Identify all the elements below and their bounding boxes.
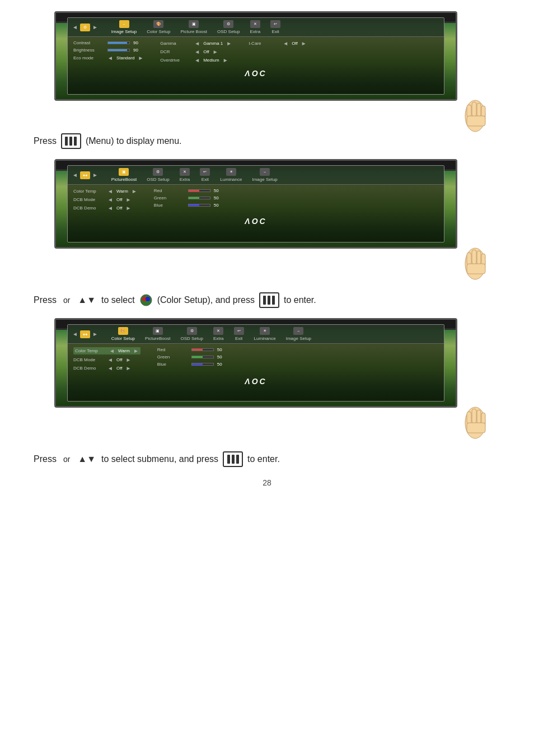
press-label-2: Press [34, 295, 57, 305]
osd-tab-pictureboost-3: ▣ PictureBoost [145, 327, 170, 341]
osd-row-red: Red 50 [154, 188, 223, 193]
blue-bar [188, 204, 210, 207]
monitor-block-1: ◄ ⚙ ► ~ Image Setup 🎨 Color Setup [38, 11, 496, 101]
osd-row-colortemp: Color Temp ◄ Warm ► [73, 188, 137, 194]
osd-tab-image-setup: ~ Image Setup [111, 20, 137, 34]
hand-cursor-3 [460, 403, 491, 444]
tab-icon-5: ✕ [250, 20, 260, 28]
svg-rect-16 [467, 412, 471, 424]
instruction-row-1: Press (Menu) to display menu. [34, 133, 534, 149]
osd-tab-luminance-2: ☀ Luminance [220, 168, 242, 182]
osd-tab-luminance-3: ☀ Luminance [254, 327, 276, 341]
monitor-screen-1: ◄ ⚙ ► ~ Image Setup 🎨 Color Setup [54, 11, 457, 101]
tab3-icon-7: ~ [293, 327, 303, 335]
osd-row-blue-3: Blue 50 [157, 362, 226, 367]
hand-cursor-2 [460, 244, 491, 285]
osd-row-green-3: Green 50 [157, 354, 226, 360]
aoc-logo-1: ΛOC [68, 67, 444, 80]
section-3: ◄ ●● ► 🎨 Color Setup ▣ PictureBoost [0, 318, 534, 467]
menu-bar-2a [263, 296, 266, 305]
tab3-icon-4: ✕ [213, 327, 223, 335]
menu-bar-2b [268, 296, 270, 305]
section-2: ◄ ●● ► ▣ PictureBoost ⚙ OSD Setup [0, 159, 534, 308]
svg-rect-17 [472, 409, 476, 423]
color-setup-icon [139, 293, 153, 307]
tab3-icon-3: ⚙ [187, 327, 197, 335]
green-bar-3 [191, 356, 214, 358]
to-enter-label-3: to enter. [247, 454, 280, 464]
tab3-icon-6: ☀ [260, 327, 270, 335]
osd-row-brightness: Brightness 90 [73, 48, 143, 53]
brightness-bar [107, 49, 130, 52]
osd-tab-image-2: ~ Image Setup [252, 168, 277, 182]
nav-arrows-2: ◄ ●● ► [72, 171, 98, 179]
section-1: ◄ ⚙ ► ~ Image Setup 🎨 Color Setup [0, 11, 534, 149]
hand-svg-3 [460, 403, 491, 442]
osd-tabs-2: ◄ ●● ► ▣ PictureBoost ⚙ OSD Setup [68, 166, 444, 185]
menu-bar-3a [227, 455, 230, 464]
spacer-hand [0, 271, 534, 282]
svg-rect-1 [467, 105, 471, 117]
svg-rect-2 [472, 102, 476, 116]
left-arrow-2: ◄ [72, 172, 78, 178]
tab2-icon-5: ☀ [226, 168, 236, 176]
svg-rect-9 [477, 251, 481, 264]
svg-rect-11 [467, 264, 485, 274]
osd-body-2: Color Temp ◄ Warm ► DCB Mode ◄ Off ► [68, 185, 444, 214]
monitor-screen-3: ◄ ●● ► 🎨 Color Setup ▣ PictureBoost [54, 318, 457, 408]
monitor-screen-2: ◄ ●● ► ▣ PictureBoost ⚙ OSD Setup [54, 159, 457, 249]
tab3-icon-5: ↩ [234, 327, 244, 335]
svg-rect-4 [481, 106, 485, 117]
osd-tab-picture-boost: ▣ Picture Boost [180, 20, 207, 34]
menu-bar-3b [232, 455, 235, 464]
monitor-block-2: ◄ ●● ► ▣ PictureBoost ⚙ OSD Setup [38, 159, 496, 249]
hand-cursor-1 [460, 96, 491, 137]
osd-tab-colorsetup-3: 🎨 Color Setup [111, 327, 135, 341]
osd-overlay-2: ◄ ●● ► ▣ PictureBoost ⚙ OSD Setup [67, 165, 444, 242]
menu-instruction-text: (Menu) to display menu. [86, 136, 182, 146]
osd-tab-extra-2: ✕ Extra [180, 168, 190, 182]
tab2-icon-4: ↩ [200, 168, 210, 176]
monitor-wrap-1: ◄ ⚙ ► ~ Image Setup 🎨 Color Setup [0, 11, 534, 101]
svg-rect-5 [467, 116, 485, 126]
tab-icon-3: ▣ [189, 20, 199, 28]
aoc-logo-2: ΛOC [68, 214, 444, 228]
osd-col-right-1: Gamma ◄ Gamma 1 ► DCR ◄ Off ► [160, 40, 232, 63]
osd-tab-exit-2: ↩ Exit [200, 168, 210, 182]
aoc-logo-3: ΛOC [68, 375, 444, 388]
right-arrow: ► [92, 24, 98, 30]
menu-button-icon-1 [61, 133, 81, 149]
svg-rect-7 [467, 253, 471, 265]
monitor-wrap-3: ◄ ●● ► 🎨 Color Setup ▣ PictureBoost [0, 318, 534, 408]
svg-point-14 [146, 297, 150, 301]
osd-tabs-3: ◄ ●● ► 🎨 Color Setup ▣ PictureBoost [68, 325, 444, 344]
svg-rect-19 [481, 413, 485, 424]
to-select-label-2: to select [101, 295, 135, 305]
menu-button-icon-2 [259, 292, 279, 308]
svg-rect-20 [467, 423, 485, 433]
tab3-icon-1: 🎨 [118, 327, 128, 335]
osd-row-gamma: Gamma ◄ Gamma 1 ► [160, 40, 232, 46]
color-dot-svg [139, 293, 153, 307]
menu-bar-3 [74, 137, 77, 146]
nav-arrows: ◄ ⚙ ► [72, 24, 98, 31]
tab2-icon-1: ▣ [119, 168, 129, 176]
osd-col-right-3: Red 50 Green 50 Blue [157, 347, 226, 371]
osd-tab-extra-3: ✕ Extra [213, 327, 224, 341]
spacer-1 [0, 106, 534, 123]
press-label-3: Press [34, 454, 57, 464]
osd-col-extra-1: I-Care ◄ Off ► [249, 40, 306, 63]
osd-tab-picture-boost-2: ▣ PictureBoost [111, 168, 137, 182]
left-arrow: ◄ [72, 24, 78, 30]
to-select-submenu: to select submenu, and press [101, 454, 218, 464]
menu-bar-2 [69, 137, 72, 146]
up-down-arrows: ▲▼ [78, 295, 96, 305]
menu-bar-2c [272, 296, 275, 305]
hand-svg-1 [460, 96, 491, 136]
osd-tab-osd-2: ⚙ OSD Setup [147, 168, 169, 182]
osd-row-icare: I-Care ◄ Off ► [249, 40, 306, 46]
osd-row-colortemp-3-selected: Color Temp ◄ Warm ► [73, 347, 140, 354]
tab-icon-2: 🎨 [153, 20, 163, 28]
tab-icon-1: ~ [119, 20, 129, 28]
blue-bar-3 [191, 363, 214, 366]
